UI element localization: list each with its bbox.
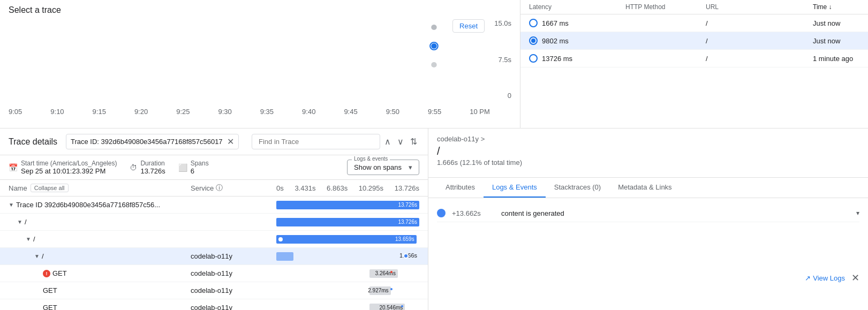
time-value: 1 minute ago [813, 55, 868, 63]
time-marker: 10.295s [359, 184, 383, 192]
detail-actions: ↗ View Logs ✕ [805, 272, 859, 284]
trace-id-text: Trace ID: 392d6b49080e3456a77168f857c560… [71, 138, 223, 146]
service-column-label: Service [191, 184, 214, 192]
column-headers: Name Collapse all Service ⓘ 0s 3.431s 6.… [0, 180, 428, 196]
tab-metadata-links[interactable]: Metadata & Links [609, 178, 680, 198]
x-axis-label: 9:35 [260, 108, 274, 116]
x-axis-label: 9:40 [302, 108, 315, 116]
col-header-http-method: HTTP Method [625, 3, 706, 11]
expand-icon[interactable]: ▼ [34, 253, 40, 259]
trace-row[interactable]: ▼ / 13.726s [0, 214, 428, 231]
detail-content: +13.662s content is generated ▾ [428, 198, 868, 310]
span-bar-label: 13.659s [395, 236, 414, 242]
trace-details-title: Trace details [9, 137, 57, 147]
trace-row[interactable]: ▼ Trace ID 392d6b49080e3456a77168f857c56… [0, 196, 428, 214]
event-time: +13.662s [452, 209, 495, 217]
expand-icon[interactable]: ▼ [26, 236, 31, 242]
view-logs-label: View Logs [813, 274, 845, 282]
table-row[interactable]: 9802 ms / Just now [520, 32, 868, 50]
row-service: codelab-o11y [191, 304, 276, 310]
span-bar-label: 13.726s [398, 219, 417, 225]
x-axis-label: 9:25 [176, 108, 190, 116]
url-value: / [706, 37, 813, 45]
radio-button[interactable] [529, 36, 538, 45]
row-name-text: Trace ID 392d6b49080e3456a77168f857c56..… [16, 201, 160, 209]
trace-rows: ▼ Trace ID 392d6b49080e3456a77168f857c56… [0, 196, 428, 310]
time-value: Just now [813, 19, 868, 27]
nav-expand-button[interactable]: ⇅ [408, 134, 419, 149]
url-value: / [706, 19, 813, 27]
tab-stacktraces[interactable]: Stacktraces (0) [546, 178, 609, 198]
table-header: Latency HTTP Method URL Time ↓ [520, 0, 868, 14]
table-row[interactable]: 1667 ms / Just now [520, 14, 868, 32]
span-bar-label: 20.546ms [379, 305, 403, 310]
find-in-trace-container: ∧ ∨ ⇅ [252, 134, 419, 149]
span-end-marker [390, 288, 393, 290]
row-service: codelab-o11y [191, 252, 276, 260]
span-bar-label: 3.264ms [375, 270, 396, 276]
duration-value: 13.726s [140, 167, 165, 175]
radio-button[interactable] [529, 54, 538, 63]
span-bar-label: 2.927ms [368, 288, 388, 293]
trace-row[interactable]: ▼ / 13.659s [0, 231, 428, 248]
latency-value: 1667 ms [542, 19, 569, 27]
close-detail-button[interactable]: ✕ [851, 272, 859, 284]
col-header-time: Time ↓ [813, 3, 868, 11]
error-dot-marker [390, 271, 393, 273]
event-expand-icon[interactable]: ▾ [856, 209, 859, 217]
tab-attributes[interactable]: Attributes [437, 178, 484, 198]
event-label: content is generated [501, 209, 850, 217]
row-name-text: / [42, 252, 44, 260]
svg-point-2 [431, 43, 436, 49]
view-logs-button[interactable]: ↗ View Logs [805, 274, 845, 282]
svg-point-0 [431, 25, 436, 30]
detail-time-info: 1.666s (12.1% of total time) [437, 158, 859, 167]
collapse-all-button[interactable]: Collapse all [31, 184, 69, 192]
y-axis-top: 15.0s [494, 19, 511, 27]
row-name-text: GET [43, 286, 57, 294]
x-axis-label: 9:20 [134, 108, 148, 116]
expand-icon[interactable]: ▼ [9, 202, 14, 208]
trace-header: Trace details Trace ID: 392d6b49080e3456… [0, 128, 428, 155]
tab-logs-events[interactable]: Logs & Events [484, 178, 546, 198]
detail-path: / [437, 145, 859, 157]
close-icon[interactable]: ✕ [227, 137, 234, 147]
start-time-label: Start time (America/Los_Angeles) [21, 160, 117, 167]
logs-events-select[interactable]: Show on spans [352, 161, 414, 173]
latency-value: 9802 ms [542, 37, 569, 45]
radio-button[interactable] [529, 19, 538, 27]
y-axis-bottom: 0 [508, 92, 511, 100]
event-row: +13.662s content is generated ▾ [437, 205, 859, 222]
nav-down-button[interactable]: ∨ [395, 134, 406, 149]
span-end-marker [401, 305, 403, 307]
row-name-text: / [25, 218, 27, 226]
row-name-text: / [33, 235, 35, 243]
span-dot [278, 237, 283, 241]
start-time-value: Sep 25 at 10:01:23.392 PM [21, 167, 117, 175]
clock-icon: ⏱ [130, 163, 137, 172]
detail-tabs: Attributes Logs & Events Stacktraces (0)… [428, 178, 868, 198]
nav-up-button[interactable]: ∧ [382, 134, 393, 149]
span-end-dot [403, 253, 409, 259]
trace-row[interactable]: GET codelab-o11y 2.927ms [0, 282, 428, 299]
x-axis-label: 9:05 [9, 108, 22, 116]
error-icon: ! [43, 270, 50, 277]
spans-value: 6 [191, 167, 209, 175]
expand-icon[interactable]: ▼ [17, 219, 22, 225]
x-axis-label: 9:50 [386, 108, 399, 116]
trace-row[interactable]: ▼ / codelab-o11y 1.666s [0, 248, 428, 265]
external-link-icon: ↗ [805, 274, 811, 282]
trace-row[interactable]: GET codelab-o11y 20.546ms [0, 299, 428, 310]
row-service: codelab-o11y [191, 286, 276, 294]
time-marker: 3.431s [295, 184, 315, 192]
row-name-text: GET [43, 304, 57, 310]
spans-icon: ⬜ [178, 163, 187, 172]
calendar-icon: 📅 [9, 163, 18, 172]
name-column-label: Name [9, 184, 27, 192]
table-row[interactable]: 13726 ms / 1 minute ago [520, 50, 868, 67]
trace-row[interactable]: ! GET codelab-o11y 3.264ms [0, 265, 428, 282]
url-value: / [706, 55, 813, 63]
row-name-text: GET [52, 269, 67, 277]
time-marker: 13.726s [395, 184, 419, 192]
find-in-trace-input[interactable] [252, 134, 380, 149]
